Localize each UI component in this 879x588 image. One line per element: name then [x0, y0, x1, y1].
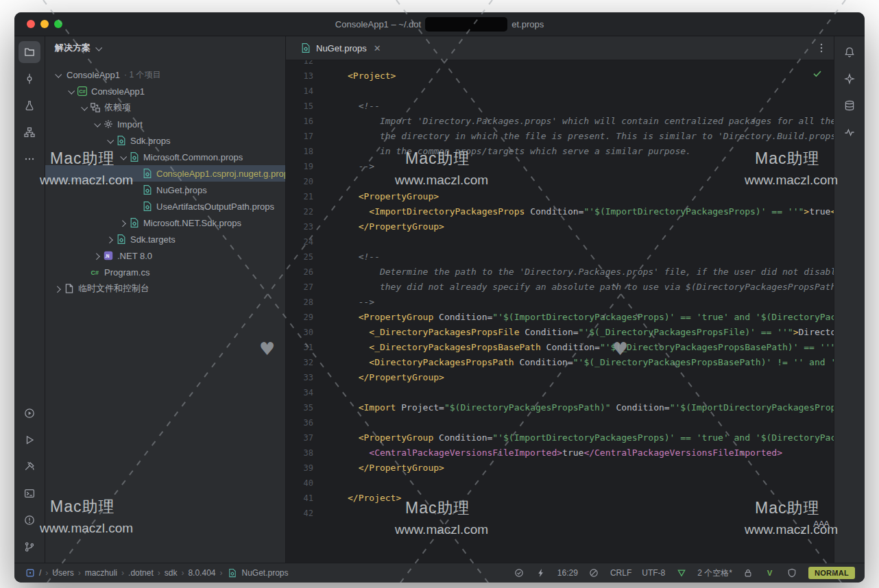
project-panel-header[interactable]: 解决方案 [45, 36, 285, 60]
terminal-tool[interactable] [19, 482, 40, 504]
code-line[interactable]: 39 </PropertyGroup> [286, 461, 834, 476]
code-line[interactable]: 29 <PropertyGroup Condition="'$(ImportDi… [286, 310, 834, 325]
code-line[interactable]: 25 <!-- [286, 249, 834, 265]
tree-item-dependencies[interactable]: 依赖项 [45, 99, 285, 116]
chevron-down-icon[interactable] [91, 122, 102, 127]
code-line[interactable]: 17 the directory in which the file is pr… [286, 129, 834, 144]
encoding[interactable]: UTF-8 [642, 568, 665, 578]
run-tool[interactable] [19, 429, 40, 451]
minimize-window-button[interactable] [40, 20, 49, 28]
breadcrumb-item[interactable]: / [24, 567, 41, 579]
chevron-right-icon[interactable] [117, 221, 128, 225]
notifications[interactable] [839, 41, 860, 63]
caret-position[interactable]: 16:29 [557, 568, 578, 578]
chevron-down-icon[interactable] [117, 155, 128, 160]
chevron-right-icon[interactable] [91, 254, 102, 258]
breadcrumb-item[interactable]: Users [52, 568, 73, 578]
build-tool[interactable] [19, 456, 40, 478]
code-line[interactable]: 21 <PropertyGroup> [286, 189, 834, 204]
code-line[interactable]: 16 Import 'Directory.Packages.props' whi… [286, 114, 834, 129]
inspections-widget[interactable] [514, 567, 525, 579]
tree-item-microsoft-net-sdk-props[interactable]: Microsoft.NET.Sdk.props [45, 215, 285, 231]
code-line[interactable]: 22 <ImportDirectoryPackagesProps Conditi… [286, 204, 834, 219]
code-line[interactable]: 36 [286, 415, 834, 430]
close-window-button[interactable] [27, 20, 35, 28]
code-line[interactable]: 34 [286, 385, 834, 400]
close-tab-icon[interactable]: ✕ [374, 43, 381, 53]
tree-item-nuget-props[interactable]: NuGet.props [45, 182, 285, 198]
code-line[interactable]: 33 </PropertyGroup> [286, 370, 834, 385]
tree-item-scratches[interactable]: 临时文件和控制台 [45, 280, 285, 297]
code-line[interactable]: 20 [286, 174, 834, 189]
tree-item-program-cs[interactable]: C#Program.cs [45, 264, 285, 280]
code-line[interactable]: 27 they did not already specify an absol… [286, 280, 834, 295]
ai-assistant[interactable] [839, 68, 860, 90]
code-line[interactable]: 38 <CentralPackageVersionsFileImported>t… [286, 445, 834, 461]
code-line[interactable]: 41</Project> [286, 491, 834, 506]
code-line[interactable]: 37 <PropertyGroup Condition="'$(ImportDi… [286, 430, 834, 445]
breadcrumb-item[interactable]: 8.0.404 [188, 568, 215, 578]
breadcrumb-item[interactable]: NuGet.props [226, 567, 288, 579]
code-line[interactable]: 12 [286, 60, 834, 69]
code-line[interactable]: 35 <Import Project="$(DirectoryPackagesP… [286, 400, 834, 415]
code-line[interactable]: 31 <_DirectoryPackagesPropsBasePath Cond… [286, 340, 834, 355]
problems-tool[interactable] [19, 509, 40, 531]
tree-item-sdk-props[interactable]: Sdk.props [45, 132, 285, 149]
tree-item-project-consoleapp1[interactable]: C#ConsoleApp1 [45, 83, 285, 99]
code-line[interactable]: 23 </PropertyGroup> [286, 219, 834, 234]
code-line[interactable]: 32 <DirectoryPackagesPropsPath Condition… [286, 355, 834, 370]
code-line[interactable]: 13<Project> [286, 69, 834, 84]
tree-item-solution-consoleapp1[interactable]: ConsoleApp1· 1 个项目 [45, 66, 285, 83]
code-line[interactable]: 40 [286, 476, 834, 491]
code-line[interactable]: 28 --> [286, 295, 834, 310]
chevron-right-icon[interactable] [104, 237, 115, 242]
profiler[interactable] [839, 121, 860, 143]
code-line[interactable]: 19 --> [286, 159, 834, 174]
editor-options-kebab-icon[interactable] [815, 42, 827, 54]
line-separator[interactable]: CRLF [610, 568, 631, 578]
chevron-down-icon[interactable] [52, 73, 63, 77]
indent-style[interactable]: 2 个空格* [697, 567, 732, 579]
tree-item-sdk-targets[interactable]: Sdk.targets [45, 231, 285, 247]
code-line[interactable]: 14 [286, 84, 834, 99]
version-control-tool[interactable] [19, 536, 40, 558]
code-line[interactable]: 42 [286, 506, 834, 521]
tree-item-useartifactsoutputpath-props[interactable]: UseArtifactsOutputPath.props [45, 198, 285, 215]
highlighting-level[interactable] [588, 567, 600, 579]
code-line[interactable]: 26 Determine the path to the 'Directory.… [286, 265, 834, 280]
structure-tool[interactable] [19, 121, 40, 143]
security-widget[interactable] [786, 567, 798, 579]
inspections-ok-icon[interactable] [811, 67, 823, 79]
vim-mode-badge[interactable]: NORMAL [808, 567, 855, 579]
commit-tool[interactable] [19, 68, 40, 90]
breadcrumb-item[interactable]: .dotnet [128, 568, 154, 578]
tree-item-import[interactable]: Import [45, 116, 285, 132]
database[interactable] [839, 95, 860, 117]
chevron-right-icon[interactable] [52, 286, 63, 291]
breadcrumb-item[interactable]: maczhuli [85, 568, 117, 578]
readonly-toggle[interactable] [743, 567, 754, 579]
folder-icon [24, 47, 36, 58]
breadcrumb-item[interactable]: sdk [165, 568, 178, 578]
code-view[interactable]: 1213<Project>1415 <!--16 Import 'Directo… [286, 60, 834, 563]
chevron-down-icon[interactable] [78, 106, 89, 110]
chevron-down-icon[interactable] [104, 138, 115, 143]
zoom-window-button[interactable] [54, 20, 62, 28]
code-line[interactable]: 15 <!-- [286, 99, 834, 114]
code-line[interactable]: 18 in the common props/targets which ser… [286, 144, 834, 159]
vim-widget[interactable]: V [764, 567, 776, 579]
code-line[interactable]: 30 <_DirectoryPackagesPropsFile Conditio… [286, 325, 834, 340]
tree-item-dotnet-8[interactable]: .N.NET 8.0 [45, 247, 285, 264]
more-tools[interactable] [19, 148, 40, 170]
tree-item-microsoft-common-props[interactable]: Microsoft.Common.props [45, 149, 285, 165]
project-tool[interactable] [19, 41, 40, 63]
services-tool[interactable] [19, 402, 40, 424]
problems-indicator[interactable] [675, 567, 687, 579]
chevron-down-icon[interactable] [65, 89, 76, 94]
tests-tool[interactable] [19, 95, 40, 117]
tab-nuget-props[interactable]: NuGet.props ✕ [293, 36, 388, 60]
code-line[interactable]: 24 [286, 234, 834, 249]
power-save-widget[interactable] [535, 567, 547, 579]
tree-item-consoleapp1-csproj-nuget-g-props[interactable]: ConsoleApp1.csproj.nuget.g.props [45, 165, 285, 182]
title-bar[interactable]: ConsoleApp1 – ~/.dot et.props [14, 12, 865, 36]
